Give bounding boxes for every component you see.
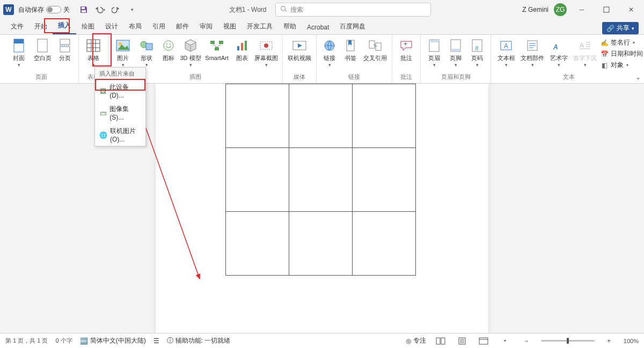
- language-indicator[interactable]: 🔤简体中文(中国大陆): [80, 336, 146, 345]
- focus-mode-button[interactable]: ◎专注: [406, 336, 426, 345]
- text-predictions[interactable]: ☰: [153, 337, 159, 345]
- collapse-ribbon-icon[interactable]: ⌄: [635, 73, 641, 81]
- tab-baidu[interactable]: 百度网盘: [334, 20, 371, 34]
- save-icon[interactable]: [78, 4, 89, 15]
- zoom-controls[interactable]: ▾: [498, 336, 512, 346]
- chevron-down-icon: ▾: [632, 26, 634, 31]
- picture-button[interactable]: 图片▾: [112, 37, 134, 69]
- chevron-down-icon: ▾: [531, 62, 534, 68]
- svg-rect-25: [219, 41, 223, 44]
- shapes-button[interactable]: 形状▾: [135, 37, 158, 69]
- comment-button[interactable]: +批注: [396, 37, 417, 63]
- page-number-button[interactable]: #页码▾: [467, 37, 487, 69]
- tab-file[interactable]: 文件: [5, 20, 29, 34]
- tab-help[interactable]: 帮助: [278, 20, 302, 34]
- group-label: 批注: [400, 72, 412, 82]
- search-placeholder: 搜索: [290, 5, 303, 14]
- footer-icon: [448, 38, 463, 53]
- tab-view[interactable]: 视图: [218, 20, 241, 34]
- svg-rect-4: [604, 7, 609, 12]
- svg-rect-29: [237, 46, 239, 50]
- signature-line-button[interactable]: ✍签名行▾: [601, 38, 642, 47]
- chevron-down-icon: ▾: [455, 62, 457, 68]
- group-pages: 封面▾ 空白页 分页 页面: [4, 35, 79, 83]
- date-time-button[interactable]: 📅日期和时间: [601, 49, 642, 58]
- drop-cap-button[interactable]: A首字下沉▾: [572, 37, 598, 69]
- bookmark-button[interactable]: 书签: [340, 37, 361, 63]
- web-layout-button[interactable]: [477, 336, 491, 346]
- share-button[interactable]: 🔗 共享 ▾: [602, 22, 639, 34]
- chevron-down-icon: ▾: [328, 62, 331, 68]
- print-layout-button[interactable]: [455, 336, 469, 346]
- undo-icon[interactable]: ▾: [94, 4, 105, 15]
- group-comments: +批注 批注: [392, 35, 421, 83]
- accessibility-indicator[interactable]: ⓘ辅助功能: 一切就绪: [167, 336, 231, 345]
- cover-page-button[interactable]: 封面▾: [8, 37, 30, 69]
- chart-button[interactable]: 图表: [232, 37, 252, 63]
- qat-customize-icon[interactable]: ▾: [127, 4, 137, 15]
- textbox-button[interactable]: A文本框▾: [494, 37, 518, 69]
- zoom-slider[interactable]: [541, 340, 595, 342]
- document-page[interactable]: [156, 84, 488, 333]
- footer-button[interactable]: 页脚▾: [445, 37, 466, 69]
- zoom-level[interactable]: 100%: [624, 338, 639, 344]
- online-icon: 🌐: [99, 131, 107, 139]
- title-bar: W 自动保存 关 ▾ ▾ 文档1 - Word 搜索 Z Gemini ZG ─…: [0, 0, 644, 19]
- tab-layout[interactable]: 布局: [123, 20, 147, 34]
- page-indicator[interactable]: 第 1 页，共 1 页: [5, 337, 48, 345]
- header-button[interactable]: 页眉▾: [424, 37, 444, 69]
- online-video-button[interactable]: 联机视频: [286, 37, 313, 63]
- picture-source-menu: 插入图片来自 🖼此设备(D)... 🗃图像集(S)... 🌐联机图片(O)...: [94, 67, 146, 146]
- screenshot-button[interactable]: 屏幕截图▾: [253, 37, 279, 69]
- svg-text:A: A: [504, 42, 508, 50]
- icons-button[interactable]: 图标: [159, 37, 178, 63]
- tab-mailings[interactable]: 邮件: [171, 20, 194, 34]
- object-button[interactable]: ◧对象▾: [601, 61, 642, 70]
- maximize-button[interactable]: [597, 2, 616, 17]
- autosave-label: 自动保存: [18, 5, 44, 14]
- tab-home[interactable]: 开始: [29, 20, 53, 34]
- user-name[interactable]: Z Gemini: [522, 6, 548, 13]
- chevron-down-icon: ▾: [584, 62, 587, 68]
- zoom-in-button[interactable]: +: [602, 336, 616, 346]
- tab-references[interactable]: 引用: [147, 20, 171, 34]
- word-count[interactable]: 0 个字: [55, 337, 72, 345]
- tab-draw[interactable]: 绘图: [76, 20, 100, 34]
- page-break-button[interactable]: 分页: [55, 37, 75, 63]
- svg-rect-0: [82, 7, 85, 9]
- user-avatar[interactable]: ZG: [554, 3, 567, 16]
- redo-icon[interactable]: [111, 4, 121, 15]
- tab-insert[interactable]: 插入: [53, 19, 76, 34]
- tab-acrobat[interactable]: Acrobat: [302, 21, 334, 34]
- autosave-toggle[interactable]: 自动保存 关: [18, 5, 70, 14]
- zoom-out-button[interactable]: −: [519, 336, 533, 346]
- cross-reference-button[interactable]: 交叉引用: [362, 37, 389, 63]
- minimize-button[interactable]: ─: [572, 2, 591, 17]
- document-table[interactable]: [225, 84, 416, 276]
- svg-line-28: [217, 44, 221, 47]
- wordart-button[interactable]: A艺术字▾: [547, 37, 570, 69]
- insert-online-pictures-item[interactable]: 🌐联机图片(O)...: [95, 124, 145, 146]
- 3d-models-button[interactable]: 3D 模型▾: [179, 37, 202, 69]
- tab-design[interactable]: 设计: [100, 20, 123, 34]
- svg-point-20: [164, 41, 173, 50]
- quick-parts-button[interactable]: 文档部件▾: [519, 37, 546, 69]
- tab-developer[interactable]: 开发工具: [241, 20, 278, 34]
- smartart-button[interactable]: SmartArt: [203, 37, 231, 63]
- search-input[interactable]: 搜索: [275, 3, 431, 17]
- tab-review[interactable]: 审阅: [194, 20, 218, 34]
- read-mode-button[interactable]: [434, 336, 448, 346]
- blank-page-button[interactable]: 空白页: [31, 37, 54, 63]
- chevron-down-icon: ▾: [476, 62, 479, 68]
- toggle-off-icon[interactable]: [46, 6, 61, 13]
- hyperlink-button[interactable]: 链接▾: [320, 37, 339, 69]
- svg-point-33: [264, 43, 268, 48]
- insert-stock-images-item[interactable]: 🗃图像集(S)...: [95, 102, 145, 124]
- svg-rect-6: [14, 39, 24, 43]
- table-button[interactable]: 表格▾: [82, 37, 105, 69]
- svg-rect-1: [82, 10, 86, 12]
- close-button[interactable]: ✕: [621, 2, 641, 17]
- language-icon: 🔤: [80, 337, 88, 345]
- cover-page-icon: [11, 38, 26, 53]
- insert-from-device-item[interactable]: 🖼此设备(D)...: [95, 80, 145, 102]
